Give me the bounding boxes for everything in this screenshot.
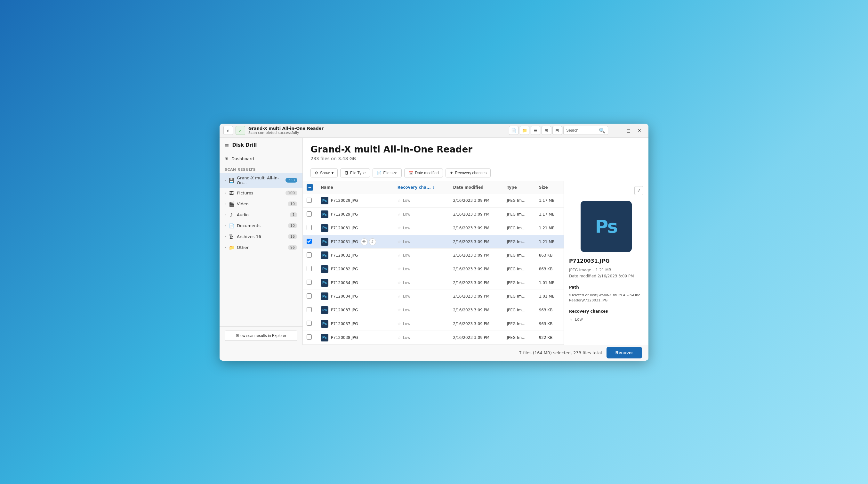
list-view-button[interactable]: ☰	[531, 126, 540, 135]
row-checkbox-cell[interactable]	[303, 290, 317, 303]
row-checkbox[interactable]	[307, 266, 312, 271]
recovery-badge: Low	[403, 322, 411, 326]
column-recovery[interactable]: Recovery cha... ↓	[394, 181, 450, 194]
other-icon: 📁	[228, 245, 234, 251]
sidebar-item-audio[interactable]: › ♪ Audio 1	[220, 209, 303, 220]
row-checkbox[interactable]	[307, 321, 312, 326]
chevron-right-icon: ›	[225, 213, 226, 217]
star-icon[interactable]: ☆	[398, 253, 401, 258]
video-icon: 🎬	[228, 201, 234, 207]
ps-file-icon: Ps	[321, 292, 329, 300]
check-button[interactable]: ✓	[236, 126, 245, 135]
recovery-chances-button[interactable]: ★ Recovery chances	[445, 169, 491, 177]
column-date[interactable]: Date modified	[449, 181, 503, 194]
row-checkbox-cell[interactable]	[303, 194, 317, 207]
row-checkbox[interactable]	[307, 211, 312, 217]
grid-view-button[interactable]: ⊞	[541, 126, 551, 135]
table-row[interactable]: Ps P7120038.JPG ☆ Low 2/16/2023 3:09 PM …	[303, 331, 564, 344]
detail-recovery-text: Low	[575, 317, 583, 322]
row-checkbox[interactable]	[307, 293, 312, 298]
star-icon[interactable]: ☆	[398, 308, 401, 312]
close-button[interactable]: ✕	[634, 126, 645, 135]
file-view-button[interactable]: 📄	[509, 126, 519, 135]
title-info: Grand-X multi All-in-One Reader Scan com…	[248, 126, 323, 135]
star-icon[interactable]: ☆	[398, 212, 401, 217]
sidebar-item-other[interactable]: › 📁 Other 96	[220, 242, 303, 253]
file-size-label: File size	[383, 171, 398, 175]
file-table-container[interactable]: − Name Recovery cha... ↓	[303, 181, 564, 345]
sidebar-documents-count: 10	[288, 223, 297, 228]
table-row[interactable]: Ps P7120032.JPG ☆ Low 2/16/2023 3:09 PM …	[303, 249, 564, 262]
recover-button[interactable]: Recover	[607, 347, 642, 359]
minimize-button[interactable]: —	[613, 126, 623, 135]
sidebar-item-documents[interactable]: › 📄 Documents 10	[220, 220, 303, 231]
row-checkbox-cell[interactable]	[303, 317, 317, 331]
sidebar-dashboard-item[interactable]: ⊞ Dashboard	[220, 153, 303, 164]
table-row[interactable]: Ps P7120029.JPG ☆ Low 2/16/2023 3:09 PM …	[303, 207, 564, 221]
table-row[interactable]: Ps P7120037.JPG ☆ Low 2/16/2023 3:09 PM …	[303, 317, 564, 331]
ps-file-icon: Ps	[321, 210, 329, 218]
show-explorer-button[interactable]: Show scan results in Explorer	[225, 331, 297, 341]
row-name-cell: Ps P7120029.JPG	[317, 194, 394, 207]
column-name[interactable]: Name	[317, 181, 394, 194]
star-icon[interactable]: ☆	[398, 239, 401, 244]
sidebar-item-device[interactable]: › 💾 Grand-X multi All-in-On... 233	[220, 173, 303, 188]
file-type-button[interactable]: 🖼 File Type	[340, 169, 370, 177]
folder-view-button[interactable]: 📁	[520, 126, 529, 135]
file-type-label: File Type	[350, 171, 366, 175]
search-box[interactable]: 🔍	[563, 126, 608, 135]
row-checkbox[interactable]	[307, 334, 312, 340]
column-size[interactable]: Size	[535, 181, 564, 194]
row-checkbox-cell[interactable]	[303, 331, 317, 344]
pictures-icon: 🖼	[228, 190, 234, 196]
row-checkbox[interactable]	[307, 280, 312, 285]
hamburger-icon[interactable]: ≡	[225, 142, 229, 148]
row-checkbox[interactable]	[307, 225, 312, 230]
search-input[interactable]	[566, 128, 597, 133]
table-row[interactable]: Ps P7120031.JPG 👁 # ☆ Low 2/16/2023 3:09…	[303, 235, 564, 249]
row-checkbox[interactable]	[307, 198, 312, 203]
star-icon[interactable]: ☆	[398, 226, 401, 230]
split-view-button[interactable]: ⊟	[552, 126, 562, 135]
date-modified-button[interactable]: 📅 Date modified	[404, 169, 443, 177]
row-checkbox-cell[interactable]	[303, 235, 317, 249]
select-all-checkbox[interactable]: −	[307, 184, 313, 191]
row-checkbox-cell[interactable]	[303, 262, 317, 276]
row-checkbox-cell[interactable]	[303, 249, 317, 262]
row-checkbox[interactable]	[307, 307, 312, 312]
file-size-button[interactable]: 📄 File size	[373, 169, 402, 177]
column-type[interactable]: Type	[503, 181, 535, 194]
star-icon[interactable]: ☆	[398, 294, 401, 298]
table-row[interactable]: Ps P7120029.JPG ☆ Low 2/16/2023 3:09 PM …	[303, 194, 564, 207]
table-row[interactable]: Ps P7120031.JPG ☆ Low 2/16/2023 3:09 PM …	[303, 221, 564, 235]
star-icon[interactable]: ☆	[398, 322, 401, 326]
row-checkbox-cell[interactable]	[303, 303, 317, 317]
table-row[interactable]: Ps P7120032.JPG ☆ Low 2/16/2023 3:09 PM …	[303, 262, 564, 276]
home-button[interactable]: ⌂	[223, 126, 233, 135]
row-checkbox-cell[interactable]	[303, 207, 317, 221]
star-icon[interactable]: ☆	[398, 198, 401, 203]
sidebar-item-video[interactable]: › 🎬 Video 10	[220, 199, 303, 209]
star-icon[interactable]: ☆	[398, 281, 401, 285]
preview-button[interactable]: 👁	[361, 238, 368, 245]
maximize-button[interactable]: □	[623, 126, 634, 135]
hash-button[interactable]: #	[369, 238, 376, 245]
row-checkbox[interactable]	[307, 239, 312, 244]
row-filename: P7120031.JPG	[331, 226, 358, 230]
table-row[interactable]: Ps P7120034.JPG ☆ Low 2/16/2023 3:09 PM …	[303, 276, 564, 290]
search-icon: 🔍	[599, 127, 605, 134]
show-filter-button[interactable]: ⚙ Show ▾	[310, 169, 338, 177]
row-checkbox-cell[interactable]	[303, 276, 317, 290]
expand-detail-button[interactable]: ⤢	[634, 186, 643, 195]
sidebar-item-archives[interactable]: › 🗜 Archives 16 16	[220, 231, 303, 242]
sidebar-item-pictures[interactable]: › 🖼 Pictures 100	[220, 188, 303, 199]
header-checkbox-cell[interactable]: −	[303, 181, 317, 194]
chevron-right-icon: ›	[225, 235, 226, 238]
star-icon[interactable]: ☆	[398, 335, 401, 340]
row-checkbox-cell[interactable]	[303, 221, 317, 235]
row-checkbox[interactable]	[307, 252, 312, 258]
table-row[interactable]: Ps P7120034.JPG ☆ Low 2/16/2023 3:09 PM …	[303, 290, 564, 303]
table-row[interactable]: Ps P7120037.JPG ☆ Low 2/16/2023 3:09 PM …	[303, 303, 564, 317]
star-icon[interactable]: ☆	[398, 267, 401, 271]
device-icon: 💾	[228, 177, 234, 183]
